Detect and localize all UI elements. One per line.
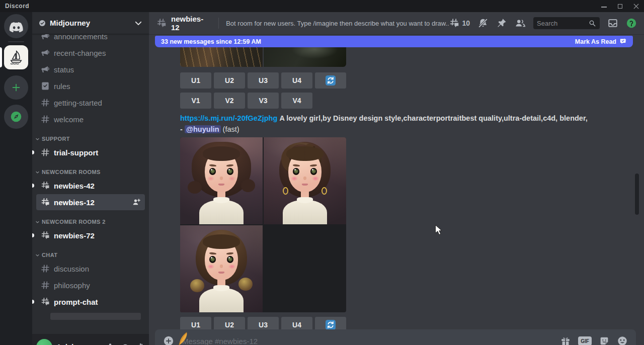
main-content: newbies-12 Bot room for new users. Type … [149, 12, 644, 345]
category-chevron-icon [35, 220, 40, 224]
discord-home-button[interactable] [4, 14, 28, 38]
sidebar-item-getting-started[interactable]: getting-started [36, 95, 145, 111]
rules-icon [40, 81, 50, 91]
generated-portrait[interactable] [180, 137, 263, 224]
channel-sidebar: Midjourney announcementsrecent-changesst… [32, 12, 149, 345]
sidebar-item-newbies-42[interactable]: newbies-42 [36, 178, 145, 194]
sidebar-item-welcome[interactable]: welcome [36, 111, 145, 127]
server-rail [0, 12, 32, 345]
user-avatar[interactable] [36, 339, 52, 345]
category-chevron-icon [35, 137, 40, 141]
user-mention[interactable]: @huyulin [185, 125, 221, 133]
u4-button[interactable]: U4 [281, 72, 312, 89]
channel-topic[interactable]: Bot room for new users. Type /imagine th… [226, 20, 449, 27]
minimize-button[interactable] [601, 3, 607, 9]
previous-image-right [264, 47, 346, 67]
composer-placeholder[interactable]: Message #newbies-12 [182, 337, 560, 345]
window-titlebar: Discord [0, 0, 644, 12]
v4-button[interactable]: V4 [281, 93, 312, 109]
help-icon[interactable] [626, 18, 637, 29]
channel-header: newbies-12 Bot room for new users. Type … [149, 12, 644, 34]
gift-icon[interactable] [560, 335, 571, 345]
u2-button[interactable]: U2 [214, 72, 245, 89]
discord-logo-icon [9, 19, 23, 33]
search-icon [588, 19, 596, 27]
chat-hash-icon [40, 297, 50, 307]
person-add-icon[interactable] [132, 198, 141, 207]
chat-scrollbar-thumb[interactable] [635, 174, 639, 215]
sidebar-item-discussion[interactable]: discussion [36, 261, 145, 277]
v2-button[interactable]: V2 [214, 93, 245, 109]
sidebar-item-philosophy[interactable]: philosophy [36, 277, 145, 293]
sidebar-item-recent-changes[interactable]: recent-changes [36, 45, 145, 61]
channel-label: newbies-12 [54, 198, 132, 207]
hash-icon [40, 264, 50, 274]
new-messages-bar[interactable]: 33 new messages since 12:59 AM Mark As R… [155, 36, 633, 47]
headphones-icon[interactable] [121, 342, 130, 345]
attach-plus-icon[interactable] [163, 335, 174, 345]
chat-hash-icon [156, 18, 167, 29]
member-list-icon[interactable] [515, 18, 526, 29]
generated-portrait[interactable] [180, 225, 263, 312]
sidebar-item-newbies-12[interactable]: newbies-12 [36, 194, 145, 210]
server-header[interactable]: Midjourney [32, 12, 149, 34]
channel-label: welcome [54, 115, 141, 124]
previous-image-left [180, 47, 263, 67]
threads-button[interactable]: 10 [449, 18, 470, 29]
new-messages-text: 33 new messages since 12:59 AM [161, 38, 575, 45]
plus-icon [11, 82, 22, 93]
previous-image-grid[interactable] [180, 47, 346, 67]
prompt-image-link[interactable]: https://s.mj.run/-20fGeZjphg [180, 114, 277, 122]
explore-servers-button[interactable] [4, 105, 28, 129]
channel-label: recent-changes [54, 49, 141, 57]
sidebar-item-newbies-72[interactable]: newbies-72 [36, 227, 145, 243]
sidebar-item-announcements[interactable]: announcements [36, 34, 145, 44]
message-composer[interactable]: Message #newbies-12 GIF [155, 329, 636, 345]
category-chevron-icon [35, 170, 40, 175]
user-bar[interactable]: Ash lazz [32, 334, 149, 345]
sidebar-item-status[interactable]: status [36, 61, 145, 77]
search-input[interactable] [537, 20, 588, 27]
settings-gear-icon[interactable] [136, 342, 145, 345]
pinned-messages-icon[interactable] [496, 18, 507, 29]
sidebar-item-trial-support[interactable]: trial-support [36, 144, 145, 160]
v1-button[interactable]: V1 [180, 93, 211, 109]
chat-hash-icon [40, 181, 50, 191]
mic-icon[interactable] [106, 342, 115, 345]
category-newcomer-rooms-2[interactable]: NEWCOMER ROOMS 2 [32, 211, 149, 227]
maximize-button[interactable] [617, 3, 623, 9]
threads-hash-icon [449, 18, 460, 29]
category-support[interactable]: SUPPORT [32, 128, 149, 144]
channel-label: newbies-42 [54, 182, 141, 190]
prompt-message: https://s.mj.run/-20fGeZjphg A lovely gi… [180, 113, 590, 135]
add-server-button[interactable] [4, 75, 28, 100]
sidebar-item-rules[interactable]: rules [36, 78, 145, 94]
generation-mode: (fast) [223, 125, 239, 133]
gif-picker-button[interactable]: GIF [578, 336, 592, 345]
chat-hash-icon [40, 230, 50, 240]
rerun-button[interactable] [315, 72, 346, 89]
midjourney-server-button[interactable] [4, 45, 28, 69]
mark-as-read-button[interactable]: Mark As Read [575, 38, 627, 45]
sticker-icon[interactable] [599, 335, 610, 345]
v3-button[interactable]: V3 [248, 93, 279, 109]
megaphone-icon [40, 48, 50, 58]
channel-label: prompt-chat [54, 298, 141, 306]
search-box[interactable] [533, 17, 600, 29]
u3-button[interactable]: U3 [248, 72, 279, 89]
category-name: CHAT [42, 252, 57, 258]
channel-label: status [54, 65, 141, 74]
chevron-down-icon [134, 19, 143, 28]
emoji-picker-icon[interactable] [617, 335, 628, 345]
channel-label: rules [54, 82, 141, 91]
generated-portrait[interactable] [264, 137, 346, 224]
notifications-muted-icon[interactable] [477, 18, 489, 29]
sidebar-item-prompt-chat[interactable]: prompt-chat [36, 294, 145, 310]
category-newcomer-rooms[interactable]: NEWCOMER ROOMS [32, 161, 149, 177]
generated-image-grid[interactable] [180, 137, 346, 312]
inbox-icon[interactable] [607, 18, 618, 29]
close-button[interactable] [633, 3, 639, 9]
hash-icon [40, 147, 50, 157]
u1-button[interactable]: U1 [180, 72, 211, 89]
category-chat[interactable]: CHAT [32, 244, 149, 260]
